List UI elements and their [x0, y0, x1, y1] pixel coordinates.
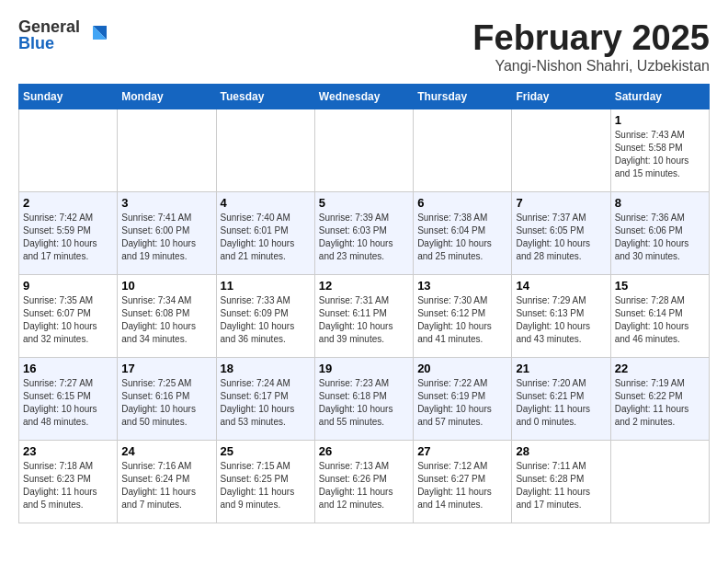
day-info: Sunrise: 7:39 AM Sunset: 6:03 PM Dayligh… — [319, 212, 409, 263]
calendar-cell: 9Sunrise: 7:35 AM Sunset: 6:07 PM Daylig… — [19, 275, 118, 358]
weekday-header-saturday: Saturday — [610, 85, 709, 109]
calendar-cell — [512, 109, 610, 192]
day-number: 15 — [615, 279, 705, 293]
day-info: Sunrise: 7:36 AM Sunset: 6:06 PM Dayligh… — [615, 212, 705, 263]
day-number: 11 — [221, 279, 311, 293]
day-number: 2 — [23, 196, 113, 210]
day-number: 23 — [23, 444, 113, 458]
logo-general: General — [18, 18, 80, 35]
day-number: 19 — [319, 362, 409, 375]
day-info: Sunrise: 7:25 AM Sunset: 6:16 PM Dayligh… — [121, 377, 211, 429]
day-info: Sunrise: 7:18 AM Sunset: 6:23 PM Dayligh… — [23, 460, 113, 511]
calendar-cell: 7Sunrise: 7:37 AM Sunset: 6:05 PM Daylig… — [512, 192, 610, 275]
day-info: Sunrise: 7:40 AM Sunset: 6:01 PM Dayligh… — [221, 212, 311, 263]
calendar-week-row-2: 2Sunrise: 7:42 AM Sunset: 5:59 PM Daylig… — [19, 192, 710, 275]
day-info: Sunrise: 7:15 AM Sunset: 6:25 PM Dayligh… — [221, 460, 311, 511]
calendar-cell: 12Sunrise: 7:31 AM Sunset: 6:11 PM Dayli… — [314, 275, 413, 358]
calendar-cell: 23Sunrise: 7:18 AM Sunset: 6:23 PM Dayli… — [19, 441, 118, 523]
calendar-week-row-4: 16Sunrise: 7:27 AM Sunset: 6:15 PM Dayli… — [19, 358, 710, 441]
calendar-cell: 16Sunrise: 7:27 AM Sunset: 6:15 PM Dayli… — [19, 358, 118, 441]
calendar-cell — [216, 109, 314, 192]
day-number: 22 — [615, 362, 705, 375]
calendar-cell: 22Sunrise: 7:19 AM Sunset: 6:22 PM Dayli… — [610, 358, 709, 441]
day-number: 17 — [121, 362, 211, 375]
logo: General Blue — [18, 18, 111, 52]
day-info: Sunrise: 7:13 AM Sunset: 6:26 PM Dayligh… — [319, 460, 409, 511]
calendar-cell: 26Sunrise: 7:13 AM Sunset: 6:26 PM Dayli… — [314, 441, 413, 523]
day-info: Sunrise: 7:35 AM Sunset: 6:07 PM Dayligh… — [23, 294, 113, 346]
day-number: 14 — [516, 279, 606, 293]
weekday-header-thursday: Thursday — [414, 85, 512, 109]
logo-icon — [84, 21, 111, 49]
day-number: 8 — [615, 196, 705, 210]
calendar-cell: 18Sunrise: 7:24 AM Sunset: 6:17 PM Dayli… — [216, 358, 314, 441]
calendar-cell — [19, 109, 118, 192]
day-number: 4 — [221, 196, 311, 210]
calendar-cell: 15Sunrise: 7:28 AM Sunset: 6:14 PM Dayli… — [610, 275, 709, 358]
calendar-cell: 28Sunrise: 7:11 AM Sunset: 6:28 PM Dayli… — [512, 441, 610, 523]
calendar-cell: 2Sunrise: 7:42 AM Sunset: 5:59 PM Daylig… — [19, 192, 118, 275]
day-info: Sunrise: 7:43 AM Sunset: 5:58 PM Dayligh… — [615, 129, 705, 180]
day-number: 25 — [221, 444, 311, 458]
calendar-cell: 6Sunrise: 7:38 AM Sunset: 6:04 PM Daylig… — [414, 192, 512, 275]
day-number: 10 — [121, 279, 211, 293]
calendar-table: SundayMondayTuesdayWednesdayThursdayFrid… — [18, 84, 710, 523]
weekday-header-row: SundayMondayTuesdayWednesdayThursdayFrid… — [19, 85, 710, 109]
calendar-cell: 8Sunrise: 7:36 AM Sunset: 6:06 PM Daylig… — [610, 192, 709, 275]
day-info: Sunrise: 7:11 AM Sunset: 6:28 PM Dayligh… — [516, 460, 606, 511]
header: General Blue February 2025 Yangi-Nishon … — [18, 18, 710, 75]
calendar-cell: 20Sunrise: 7:22 AM Sunset: 6:19 PM Dayli… — [414, 358, 512, 441]
weekday-header-monday: Monday — [118, 85, 216, 109]
day-number: 3 — [121, 196, 211, 210]
day-number: 6 — [417, 196, 507, 210]
calendar-subtitle: Yangi-Nishon Shahri, Uzbekistan — [472, 58, 710, 75]
calendar-cell: 11Sunrise: 7:33 AM Sunset: 6:09 PM Dayli… — [216, 275, 314, 358]
calendar-cell: 24Sunrise: 7:16 AM Sunset: 6:24 PM Dayli… — [118, 441, 216, 523]
calendar-cell: 5Sunrise: 7:39 AM Sunset: 6:03 PM Daylig… — [314, 192, 413, 275]
day-info: Sunrise: 7:16 AM Sunset: 6:24 PM Dayligh… — [121, 460, 211, 511]
day-info: Sunrise: 7:41 AM Sunset: 6:00 PM Dayligh… — [121, 212, 211, 263]
day-number: 26 — [319, 444, 409, 458]
day-info: Sunrise: 7:20 AM Sunset: 6:21 PM Dayligh… — [516, 377, 606, 429]
calendar-cell: 3Sunrise: 7:41 AM Sunset: 6:00 PM Daylig… — [118, 192, 216, 275]
day-info: Sunrise: 7:29 AM Sunset: 6:13 PM Dayligh… — [516, 294, 606, 346]
calendar-cell: 21Sunrise: 7:20 AM Sunset: 6:21 PM Dayli… — [512, 358, 610, 441]
day-number: 24 — [121, 444, 211, 458]
calendar-cell: 25Sunrise: 7:15 AM Sunset: 6:25 PM Dayli… — [216, 441, 314, 523]
day-number: 5 — [319, 196, 409, 210]
day-number: 16 — [23, 362, 113, 375]
calendar-cell: 10Sunrise: 7:34 AM Sunset: 6:08 PM Dayli… — [118, 275, 216, 358]
calendar-cell: 14Sunrise: 7:29 AM Sunset: 6:13 PM Dayli… — [512, 275, 610, 358]
calendar-week-row-5: 23Sunrise: 7:18 AM Sunset: 6:23 PM Dayli… — [19, 441, 710, 523]
day-info: Sunrise: 7:24 AM Sunset: 6:17 PM Dayligh… — [221, 377, 311, 429]
title-block: February 2025 Yangi-Nishon Shahri, Uzbek… — [472, 18, 710, 75]
day-info: Sunrise: 7:34 AM Sunset: 6:08 PM Dayligh… — [121, 294, 211, 346]
weekday-header-wednesday: Wednesday — [314, 85, 413, 109]
day-info: Sunrise: 7:38 AM Sunset: 6:04 PM Dayligh… — [417, 212, 507, 263]
day-info: Sunrise: 7:28 AM Sunset: 6:14 PM Dayligh… — [615, 294, 705, 346]
day-number: 7 — [516, 196, 606, 210]
calendar-cell — [118, 109, 216, 192]
weekday-header-friday: Friday — [512, 85, 610, 109]
day-info: Sunrise: 7:42 AM Sunset: 5:59 PM Dayligh… — [23, 212, 113, 263]
day-info: Sunrise: 7:30 AM Sunset: 6:12 PM Dayligh… — [417, 294, 507, 346]
calendar-cell: 27Sunrise: 7:12 AM Sunset: 6:27 PM Dayli… — [414, 441, 512, 523]
day-number: 9 — [23, 279, 113, 293]
day-number: 20 — [417, 362, 507, 375]
calendar-cell — [610, 441, 709, 523]
day-info: Sunrise: 7:37 AM Sunset: 6:05 PM Dayligh… — [516, 212, 606, 263]
day-number: 13 — [417, 279, 507, 293]
calendar-cell: 1Sunrise: 7:43 AM Sunset: 5:58 PM Daylig… — [610, 109, 709, 192]
calendar-cell — [314, 109, 413, 192]
day-info: Sunrise: 7:19 AM Sunset: 6:22 PM Dayligh… — [615, 377, 705, 429]
weekday-header-sunday: Sunday — [19, 85, 118, 109]
day-number: 18 — [221, 362, 311, 375]
day-number: 12 — [319, 279, 409, 293]
day-info: Sunrise: 7:31 AM Sunset: 6:11 PM Dayligh… — [319, 294, 409, 346]
day-info: Sunrise: 7:12 AM Sunset: 6:27 PM Dayligh… — [417, 460, 507, 511]
day-info: Sunrise: 7:23 AM Sunset: 6:18 PM Dayligh… — [319, 377, 409, 429]
weekday-header-tuesday: Tuesday — [216, 85, 314, 109]
day-number: 1 — [615, 113, 705, 127]
calendar-title: February 2025 — [472, 18, 710, 58]
day-info: Sunrise: 7:33 AM Sunset: 6:09 PM Dayligh… — [221, 294, 311, 346]
